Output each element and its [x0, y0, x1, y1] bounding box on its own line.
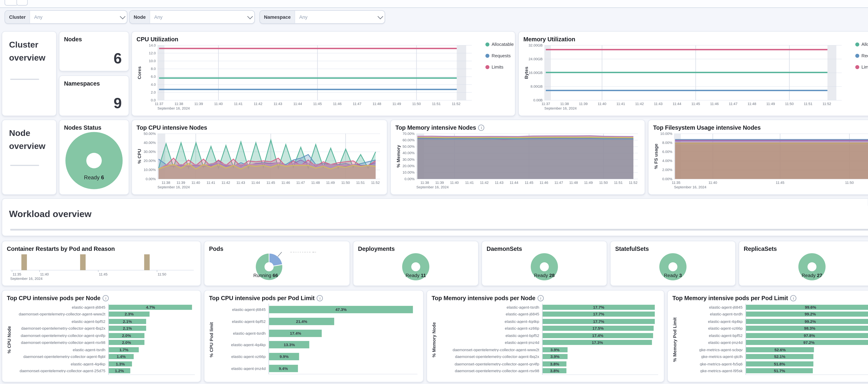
- bar[interactable]: 3.8%: [543, 361, 567, 366]
- bar[interactable]: [80, 254, 86, 270]
- bar[interactable]: 1.3%: [109, 361, 132, 366]
- bar[interactable]: 99.2%: [746, 312, 868, 317]
- cluster-filter[interactable]: Cluster Any: [4, 10, 127, 24]
- bar[interactable]: 99.2%: [746, 319, 868, 324]
- namespaces-metric-panel[interactable]: Namespaces 9: [59, 75, 129, 116]
- nodes-status-donut[interactable]: Ready 6: [64, 131, 124, 190]
- top-mem-pods-limit-chart[interactable]: % Memory Pod Limitelastic-agent-j684599.…: [672, 301, 868, 378]
- bar[interactable]: 97.8%: [746, 333, 868, 338]
- container-restarts-chart[interactable]: 11:3511:4011:4511:50September 16, 2024: [7, 252, 196, 282]
- svg-text:24.00GB: 24.00GB: [529, 57, 543, 61]
- bar-row: gke-metrics-agent-fs5q651.8%: [679, 360, 868, 367]
- bar-row: daemonset-opentelemetry-collector-agent-…: [438, 346, 658, 353]
- namespace-filter[interactable]: Namespace Any: [259, 10, 385, 24]
- bar[interactable]: 52.6%: [746, 347, 814, 352]
- bar[interactable]: 17.7%: [543, 312, 655, 317]
- bar-row: elastic-agent-j684599.6%: [679, 303, 868, 311]
- svg-text:Cores: Cores: [137, 66, 142, 79]
- donut-center-label: Ready 27: [802, 273, 823, 278]
- node-filter[interactable]: Node Any: [129, 10, 255, 24]
- legend-item[interactable]: Requests: [485, 53, 514, 58]
- replicasets-donut[interactable]: Ready 27: [744, 252, 868, 282]
- divider: [10, 165, 39, 166]
- bar-label: elastic-agent-xz66p: [679, 326, 745, 330]
- bar[interactable]: 17.4%: [543, 333, 653, 338]
- bar[interactable]: 17.5%: [543, 326, 653, 331]
- bar[interactable]: [21, 254, 27, 270]
- deployments-panel: Deployments Ready 11: [353, 241, 478, 286]
- bar[interactable]: 1.2%: [109, 368, 130, 373]
- info-icon[interactable]: i: [317, 295, 323, 301]
- bar[interactable]: 2.0%: [109, 333, 144, 338]
- svg-text:11:46: 11:46: [281, 181, 290, 185]
- top-mem-pods-node-panel: Top Memory intensive pods per Nodei % Me…: [427, 290, 664, 382]
- bar[interactable]: 97.2%: [746, 340, 868, 345]
- bar-value: 98.3%: [804, 326, 815, 330]
- pods-donut[interactable]: Succeeded 19Running 66: [209, 252, 345, 282]
- legend-item[interactable]: Limits: [855, 65, 868, 70]
- bar[interactable]: 17.7%: [543, 319, 655, 324]
- info-icon[interactable]: i: [538, 295, 544, 301]
- info-icon[interactable]: i: [103, 295, 109, 301]
- namespace-filter-value: Any: [295, 11, 375, 23]
- top-memory-nodes-chart[interactable]: % Memory0.00%10.00%20.00%30.00%40.00%50.…: [395, 131, 640, 190]
- bar[interactable]: 9.9%: [269, 353, 299, 360]
- bar-label: elastic-agent-tsrdh: [13, 348, 108, 352]
- statefulsets-donut[interactable]: Ready 3: [615, 252, 731, 282]
- legend-item[interactable]: Requests: [855, 53, 868, 58]
- legend-item[interactable]: Limits: [485, 65, 514, 70]
- y-axis-label: % CPU Pod limit: [209, 301, 216, 378]
- donut-slice[interactable]: [269, 253, 282, 266]
- bar[interactable]: 51.8%: [746, 361, 813, 366]
- bar[interactable]: 21.4%: [269, 318, 334, 325]
- bar[interactable]: 2.3%: [109, 312, 150, 317]
- bar[interactable]: 2.0%: [109, 340, 144, 345]
- bar[interactable]: 17.4%: [269, 329, 322, 337]
- bar[interactable]: 3.8%: [543, 368, 567, 373]
- bar[interactable]: 1.7%: [109, 347, 139, 352]
- bar[interactable]: 98.3%: [746, 326, 868, 331]
- bar[interactable]: 4.7%: [109, 305, 192, 310]
- svg-text:30.00%: 30.00%: [144, 150, 156, 154]
- deployments-donut[interactable]: Ready 11: [358, 252, 473, 282]
- nodes-metric-panel[interactable]: Nodes 6: [59, 31, 129, 71]
- toolbar-button-partial[interactable]: [4, 0, 18, 6]
- bar-row: elastic-agent-j68454.7%: [13, 303, 195, 311]
- svg-text:11:42: 11:42: [221, 181, 230, 185]
- bar[interactable]: 13.3%: [269, 341, 310, 349]
- bar[interactable]: 2.1%: [109, 326, 146, 331]
- y-axis-label: % Memory Pod Limit: [672, 301, 679, 378]
- top-mem-pods-node-chart[interactable]: % Memory Nodeelastic-agent-tsrdh17.7%ela…: [432, 301, 659, 378]
- toolbar-button-partial[interactable]: [17, 0, 28, 6]
- bar[interactable]: 17.3%: [543, 340, 652, 345]
- bar[interactable]: 9.4%: [269, 364, 298, 372]
- daemonsets-donut[interactable]: Ready 28: [487, 252, 602, 282]
- bar[interactable]: 51.7%: [746, 368, 813, 373]
- legend-item[interactable]: Allocatable: [485, 42, 514, 47]
- bar[interactable]: 3.9%: [543, 347, 567, 352]
- top-cpu-pods-limit-chart[interactable]: % CPU Pod limitelastic-agent-j684547.3%e…: [209, 301, 418, 378]
- top-mem-pods-limit-title: Top Memory intensive pods per Pod Limit: [672, 295, 788, 301]
- legend-item[interactable]: Allocatable: [855, 42, 868, 47]
- bar[interactable]: 2.1%: [109, 319, 146, 324]
- cpu-utilization-chart[interactable]: Cores0.02.04.06.08.010.012.014.011:3711:…: [136, 42, 474, 111]
- bar[interactable]: 1.4%: [109, 354, 133, 359]
- bar[interactable]: 47.3%: [269, 306, 413, 313]
- bar-label: elastic-agent-bpf52: [13, 319, 108, 323]
- bar[interactable]: 52.1%: [746, 354, 813, 359]
- bar[interactable]: 17.7%: [543, 305, 655, 310]
- bar[interactable]: 99.6%: [746, 305, 868, 310]
- top-toolbar-strip: [0, 0, 868, 8]
- top-cpu-pods-node-chart[interactable]: % CPU Nodeelastic-agent-j68454.7%daemons…: [7, 301, 196, 378]
- info-icon[interactable]: i: [790, 295, 797, 301]
- top-cpu-nodes-chart[interactable]: % CPU0.00%10.00%20.00%30.00%40.00%50.00%…: [136, 131, 382, 190]
- svg-text:11:47: 11:47: [353, 102, 362, 106]
- bar[interactable]: [144, 254, 150, 270]
- top-fs-nodes-chart[interactable]: % FS usage0.00%2.00%4.00%6.00%8.00%10.00…: [653, 131, 868, 190]
- series-area[interactable]: [675, 144, 868, 179]
- series-area[interactable]: [417, 139, 633, 179]
- bar-label: elastic-agent-j6845: [438, 312, 542, 316]
- memory-utilization-chart[interactable]: Bytes0.00B8.00GB16.00GB24.00GB32.00GB11:…: [523, 42, 844, 111]
- info-icon[interactable]: i: [478, 124, 485, 131]
- bar[interactable]: 3.9%: [543, 354, 567, 359]
